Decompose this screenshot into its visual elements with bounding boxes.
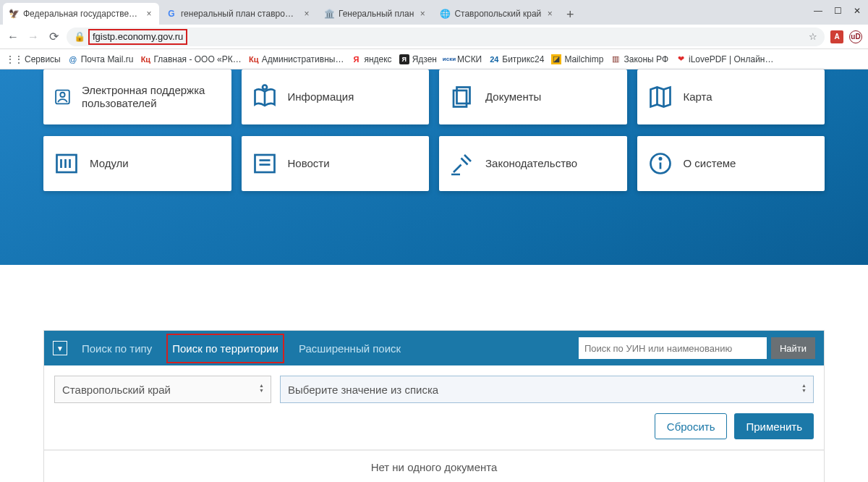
card-law[interactable]: Законодательство [439, 136, 627, 191]
browser-tab-0[interactable]: 🦅 Федеральная государственная и × [3, 3, 159, 25]
chevron-icon [801, 383, 807, 393]
close-icon[interactable]: × [545, 9, 554, 19]
bookmarks-bar: ⋮⋮ Сервисы @Почта Mail.ru КцГлавная - ОО… [0, 49, 868, 69]
browser-tab-3[interactable]: 🌐 Ставропольский край × [434, 3, 560, 25]
apps-button[interactable]: ⋮⋮ [6, 54, 17, 64]
favicon-1: G [166, 9, 176, 19]
apply-button[interactable]: Применить [734, 413, 814, 439]
tab-search-advanced[interactable]: Расширенный поиск [296, 342, 404, 355]
news-icon [252, 151, 278, 177]
svg-point-14 [659, 158, 660, 159]
reload-button[interactable]: ⟳ [46, 30, 61, 43]
search-panel: ▼ Поиск по типу Поиск по территории Расш… [43, 330, 825, 482]
card-documents[interactable]: Документы [439, 69, 627, 124]
svg-point-2 [263, 85, 267, 90]
toggle-button[interactable]: ▼ [53, 341, 67, 355]
browser-nav-bar: ← → ⟳ 🔒 fgistp.economy.gov.ru ☆ A uD [0, 25, 868, 49]
card-label: Новости [288, 157, 330, 170]
close-icon[interactable]: × [302, 9, 311, 19]
bookmark-item[interactable]: 24Битрикс24 [489, 54, 544, 64]
svg-rect-5 [57, 155, 77, 172]
card-label: Законодательство [485, 157, 577, 170]
lock-icon: 🔒 [74, 31, 84, 42]
search-tabs-bar: ▼ Поиск по типу Поиск по территории Расш… [44, 331, 824, 365]
bookmark-item[interactable]: ❤iLovePDF | Онлайн… [676, 54, 773, 64]
browser-tab-1[interactable]: G генеральный план ставропольс × [161, 3, 317, 25]
tab-label: Федеральная государственная и [23, 9, 140, 19]
book-icon [252, 84, 278, 110]
ublock-ext-icon[interactable]: uD [849, 30, 862, 43]
maximize-button[interactable]: ☐ [834, 6, 842, 16]
reset-button[interactable]: Сбросить [655, 413, 728, 439]
region-select[interactable]: Ставропольский край [54, 376, 271, 403]
bookmark-item[interactable]: КцАдминистративны… [249, 54, 344, 64]
card-label: Информация [288, 90, 354, 103]
empty-message: Нет ни одного документа [44, 450, 824, 482]
favicon-3: 🌐 [440, 9, 450, 19]
bookmark-item[interactable]: Яяндекс [351, 54, 391, 64]
browser-tab-2[interactable]: 🏛️ Генеральный план × [318, 3, 433, 25]
page-viewport: Электронная поддержка пользователей Инфо… [0, 69, 868, 482]
star-icon[interactable]: ☆ [809, 31, 817, 42]
value-select[interactable]: Выберите значение из списка [280, 376, 814, 403]
docs-icon [449, 84, 475, 110]
window-controls: — ☐ ✕ [814, 0, 868, 25]
svg-rect-9 [255, 155, 274, 172]
search-body: Ставропольский край Выберите значение из… [44, 365, 824, 450]
bookmark-item[interactable]: КцГлавная - ООО «РК… [140, 54, 241, 64]
hero-section: Электронная поддержка пользователей Инфо… [0, 69, 868, 265]
info-icon [647, 151, 673, 177]
close-icon[interactable]: × [418, 9, 427, 19]
bookmark-item[interactable]: ◪Mailchimp [551, 54, 603, 64]
card-label: Карта [684, 90, 712, 103]
card-modules[interactable]: Модули [43, 136, 231, 191]
forward-button[interactable]: → [26, 30, 41, 43]
card-label: О системе [684, 157, 736, 170]
tab-label: Ставропольский край [454, 9, 541, 19]
url-text: fgistp.economy.gov.ru [88, 29, 187, 45]
close-icon[interactable]: × [145, 9, 153, 19]
favicon-2: 🏛️ [324, 9, 334, 19]
card-about[interactable]: О системе [637, 136, 825, 191]
map-icon [647, 84, 673, 110]
tab-label: Генеральный план [339, 9, 414, 19]
favicon-0: 🦅 [9, 9, 19, 19]
new-tab-button[interactable]: + [561, 7, 579, 25]
tab-label: генеральный план ставропольс [181, 9, 298, 19]
address-bar[interactable]: 🔒 fgistp.economy.gov.ru ☆ [67, 28, 825, 46]
card-news[interactable]: Новости [242, 136, 430, 191]
svg-point-1 [60, 93, 64, 97]
adobe-ext-icon[interactable]: A [830, 30, 843, 43]
search-input[interactable] [579, 337, 767, 359]
bookmark-item[interactable]: ЯЯдзен [399, 54, 437, 64]
modules-icon [54, 151, 80, 177]
card-label: Документы [485, 90, 541, 103]
find-button[interactable]: Найти [771, 337, 815, 359]
card-label: Модули [90, 157, 129, 170]
gavel-icon [449, 151, 475, 177]
bookmark-item[interactable]: ▥Законы РФ [610, 54, 668, 64]
user-icon [54, 84, 72, 110]
card-info[interactable]: Информация [242, 69, 430, 124]
close-window-button[interactable]: ✕ [854, 6, 861, 16]
bookmark-item[interactable]: Сервисы [25, 54, 61, 64]
card-map[interactable]: Карта [637, 69, 825, 124]
back-button[interactable]: ← [6, 30, 20, 43]
card-label: Электронная поддержка пользователей [82, 84, 221, 110]
tab-search-territory[interactable]: Поиск по территории [166, 334, 284, 363]
tab-search-type[interactable]: Поиск по типу [79, 342, 155, 355]
chevron-icon [259, 383, 264, 393]
bookmark-item[interactable]: @Почта Mail.ru [68, 54, 134, 64]
card-support[interactable]: Электронная поддержка пользователей [43, 69, 231, 124]
bookmark-item[interactable]: искиМСКИ [444, 54, 482, 64]
minimize-button[interactable]: — [814, 6, 822, 16]
browser-tab-strip: 🦅 Федеральная государственная и × G гене… [0, 0, 868, 25]
